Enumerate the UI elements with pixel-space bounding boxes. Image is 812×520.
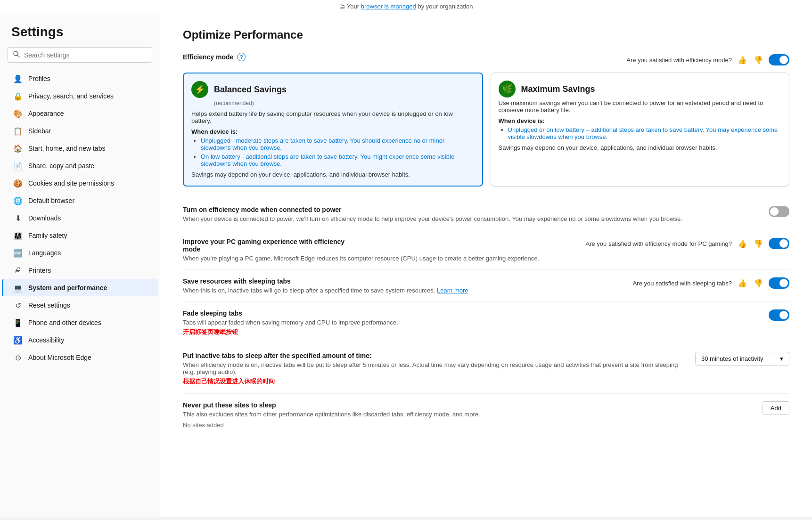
setting-header-inactive-sleep: Put inactive tabs to sleep after the spe…: [183, 352, 789, 386]
setting-desc-efficiency-power: When your device is connected to power, …: [183, 215, 761, 222]
setting-row-never-sleep: Never put these sites to sleep This also…: [183, 393, 789, 436]
appearance-icon: 🎨: [13, 109, 23, 118]
search-input[interactable]: [24, 51, 147, 59]
thumbs-down-button[interactable]: 👎: [753, 55, 764, 65]
toggle-fade-sleeping[interactable]: [769, 309, 789, 321]
sidebar-item-appearance[interactable]: 🎨 Appearance: [2, 105, 158, 122]
setting-title-gaming: Improve your PC gaming experience with e…: [183, 238, 353, 253]
setting-content-inactive-sleep: Put inactive tabs to sleep after the spe…: [183, 352, 688, 386]
efficiency-mode-toggle[interactable]: [769, 54, 789, 65]
toggle-gaming[interactable]: [769, 238, 789, 249]
settings-rows: Turn on efficiency mode when connected t…: [183, 198, 789, 436]
setting-row-sleeping-tabs: Save resources with sleeping tabs When t…: [183, 269, 789, 301]
briefcase-icon: 🗂: [339, 3, 345, 10]
setting-desc-inactive-sleep: When efficiency mode is on, inactive tab…: [183, 361, 688, 375]
sidebar-item-label-profiles: Profiles: [28, 75, 50, 82]
thumbs-up-button[interactable]: 👍: [737, 55, 748, 65]
sidebar-item-reset[interactable]: ↺ Reset settings: [2, 297, 158, 314]
about-icon: ⊙: [13, 353, 23, 362]
card-list-maximum: Unplugged or on low battery – additional…: [499, 126, 782, 140]
annotation-inactive-sleep: 根据自己情况设置进入休眠的时间: [183, 377, 688, 386]
sidebar-item-phone[interactable]: 📱 Phone and other devices: [2, 314, 158, 331]
setting-satisfaction-sleeping-tabs: Are you satisfied with sleeping tabs? 👍 …: [633, 277, 789, 289]
efficiency-right: Are you satisfied with efficiency mode? …: [626, 54, 789, 65]
sidebar-item-languages[interactable]: 🔤 Languages: [2, 244, 158, 261]
thumbs-down-sleeping-tabs[interactable]: 👎: [753, 278, 764, 289]
efficiency-cards: ⚡ Balanced Savings (recommended) Helps e…: [183, 73, 789, 187]
thumbs-up-sleeping-tabs[interactable]: 👍: [737, 278, 748, 289]
setting-desc-gaming: When you're playing a PC game, Microsoft…: [183, 255, 578, 262]
sidebar-item-accessibility[interactable]: ♿ Accessibility: [2, 332, 158, 349]
sidebar-item-profiles[interactable]: 👤 Profiles: [2, 70, 158, 87]
sidebar-item-sidebar[interactable]: 📋 Sidebar: [2, 122, 158, 139]
efficiency-card-balanced[interactable]: ⚡ Balanced Savings (recommended) Helps e…: [183, 73, 483, 187]
thumbs-down-gaming[interactable]: 👎: [753, 238, 764, 249]
settings-title: Settings: [0, 24, 160, 47]
setting-header-sleeping-tabs: Save resources with sleeping tabs When t…: [183, 277, 789, 294]
managed-link[interactable]: browser is managed: [361, 3, 416, 10]
card-title-balanced: Balanced Savings: [214, 85, 287, 95]
setting-row-efficiency-power: Turn on efficiency mode when connected t…: [183, 198, 789, 230]
sidebar-item-start-home[interactable]: 🏠 Start, home, and new tabs: [2, 140, 158, 157]
setting-desc-fade-sleeping: Tabs will appear faded when saving memor…: [183, 319, 761, 326]
system-icon: 💻: [13, 283, 23, 292]
toggle-efficiency-power[interactable]: [769, 206, 789, 217]
no-sites-never-sleep: No sites added: [183, 422, 755, 429]
efficiency-header: Efficiency mode ? Are you satisfied with…: [183, 53, 789, 67]
card-header: ⚡ Balanced Savings: [191, 81, 475, 98]
bullet-item: Unplugged - moderate steps are taken to …: [201, 137, 475, 151]
annotation-fade-sleeping: 开启标签页睡眠按钮: [183, 328, 761, 336]
sidebar-item-cookies[interactable]: 🍪 Cookies and site permissions: [2, 175, 158, 192]
search-box[interactable]: [8, 47, 152, 63]
sidebar-item-printers[interactable]: 🖨 Printers: [2, 262, 158, 279]
languages-icon: 🔤: [13, 248, 23, 258]
card-title-maximum: Maximum Savings: [521, 84, 595, 94]
setting-right-inactive-sleep: 30 minutes of inactivity ▾: [695, 352, 789, 366]
sidebar-item-privacy[interactable]: 🔒 Privacy, search, and services: [2, 88, 158, 105]
sidebar-icon: 📋: [13, 126, 23, 136]
efficiency-mode-section: Efficiency mode ? Are you satisfied with…: [183, 53, 789, 187]
sidebar-item-label-appearance: Appearance: [28, 110, 64, 117]
learn-more-link-sleeping-tabs[interactable]: Learn more: [437, 287, 468, 294]
efficiency-satisfaction-label: Are you satisfied with efficiency mode?: [626, 57, 732, 64]
sidebar-item-system[interactable]: 💻 System and performance: [2, 279, 158, 296]
profiles-icon: 👤: [13, 74, 23, 83]
sidebar-item-label-sidebar: Sidebar: [28, 127, 51, 135]
setting-content-never-sleep: Never put these sites to sleep This also…: [183, 401, 755, 429]
setting-row-inactive-sleep: Put inactive tabs to sleep after the spe…: [183, 344, 789, 393]
sidebar-item-about[interactable]: ⊙ About Microsoft Edge: [2, 349, 158, 366]
sidebar-item-label-system: System and performance: [28, 284, 107, 292]
sidebar-item-label-languages: Languages: [28, 249, 61, 257]
sidebar-item-downloads[interactable]: ⬇ Downloads: [2, 210, 158, 227]
bullet-item: Unplugged or on low battery – additional…: [508, 126, 782, 140]
setting-row-fade-sleeping: Fade sleeping tabs Tabs will appear fade…: [183, 301, 789, 344]
chevron-down-icon: ▾: [780, 355, 783, 362]
efficiency-label: Efficiency mode ?: [183, 53, 246, 61]
card-savings-maximum: Savings may depend on your device, appli…: [499, 144, 782, 151]
setting-content-sleeping-tabs: Save resources with sleeping tabs When t…: [183, 277, 625, 294]
help-icon[interactable]: ?: [237, 53, 246, 61]
privacy-icon: 🔒: [13, 91, 23, 101]
top-bar-text-after: by your organization: [418, 3, 473, 10]
bullet-item: On low battery - additional steps are ta…: [201, 153, 475, 167]
downloads-icon: ⬇: [13, 213, 23, 223]
sidebar-item-label-accessibility: Accessibility: [28, 336, 64, 344]
sidebar-item-share-copy[interactable]: 📄 Share, copy and paste: [2, 157, 158, 174]
sidebar-item-label-reset: Reset settings: [28, 301, 70, 309]
sidebar-item-family-safety[interactable]: 👨‍👩‍👧 Family safety: [2, 227, 158, 244]
sidebar-item-label-default-browser: Default browser: [28, 197, 74, 204]
sidebar-item-default-browser[interactable]: 🌐 Default browser: [2, 192, 158, 209]
dropdown-inactive-sleep[interactable]: 30 minutes of inactivity ▾: [695, 352, 789, 366]
start-home-icon: 🏠: [13, 144, 23, 153]
efficiency-card-maximum[interactable]: 🌿 Maximum Savings Use maximum savings wh…: [491, 73, 790, 187]
add-button-never-sleep[interactable]: Add: [763, 401, 789, 415]
setting-title-inactive-sleep: Put inactive tabs to sleep after the spe…: [183, 352, 688, 359]
main-content: Optimize Performance Efficiency mode ? A…: [160, 13, 812, 517]
dropdown-value-inactive-sleep: 30 minutes of inactivity: [701, 355, 763, 362]
toggle-sleeping-tabs[interactable]: [769, 277, 789, 289]
card-desc-balanced: Helps extend battery life by saving comp…: [191, 110, 475, 124]
thumbs-up-gaming[interactable]: 👍: [737, 238, 748, 249]
setting-header-efficiency-power: Turn on efficiency mode when connected t…: [183, 206, 789, 222]
sidebar-item-label-downloads: Downloads: [28, 214, 61, 222]
top-bar-text: Your: [347, 3, 361, 10]
